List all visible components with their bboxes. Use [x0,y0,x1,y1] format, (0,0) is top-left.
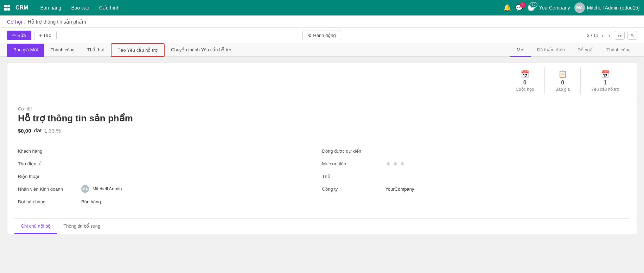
salesperson-avatar: MA [81,185,89,193]
pagination: 3 / 11 ‹ › [587,32,612,39]
message-icon[interactable]: 💬 5 [515,4,523,12]
label-priority: Mức ưu tiên [322,161,385,166]
value-team[interactable]: Bán hàng [81,199,322,204]
topnav-right: 🔔 💬 5 🕐 12 YourCompany MA Mitchell Admin… [503,2,640,13]
tab-thanh-cong[interactable]: Thành công [44,44,81,57]
message-badge: 5 [520,2,525,8]
label-khach-hang: Khách hàng [18,148,81,154]
ticket-icon: 📅 [601,70,610,78]
form-right: Đóng được dự kiến Mức ưu tiên ★ ★ ★ Thẻ [322,141,626,211]
field-priority: Mức ưu tiên ★ ★ ★ [322,157,626,170]
smart-btn-quotes[interactable]: 📋 0 Báo giá [545,67,581,95]
menu-ban-hang[interactable]: Bán hàng [35,0,66,15]
calendar-icon: 📅 [521,70,529,78]
avatar: MA [574,2,585,13]
label-tags: Thẻ [322,174,385,179]
smart-btn-tickets[interactable]: 📅 1 Yêu cầu hỗ trợ [581,67,630,95]
label-email: Thư điện tử [18,161,81,166]
star-rating[interactable]: ★ ★ ★ [385,160,626,167]
breadcrumb: Cơ hội / Hỗ trợ thông tin sản phẩm [7,19,637,25]
salesperson-name: Mitchell Admin [93,186,122,191]
star-3[interactable]: ★ [400,160,405,167]
quotes-count: 0 [561,80,564,86]
field-email: Thư điện tử [18,157,322,170]
opportunity-title: Hỗ trợ thông tin sản phẩm [18,113,626,124]
stage-de-xuat[interactable]: Đề xuất [571,44,600,57]
bell-icon[interactable]: 🔔 [503,4,511,12]
activity-icon[interactable]: 🕐 12 [527,4,535,12]
form-section: Cơ hội Hỗ trợ thông tin sản phẩm $0,00 đ… [7,99,637,218]
stage-moi[interactable]: Mới [510,44,531,57]
achieved-label: đạt [34,127,42,134]
tickets-count: 1 [604,80,607,86]
view-kanban-button[interactable]: ☷ [615,31,625,40]
toolbar-right: 3 / 11 ‹ › ☷ ✎ [587,31,637,40]
edit-button[interactable]: ✏ Sửa [7,31,31,40]
opportunity-label: Cơ hội [18,106,626,112]
field-phone: Điện thoại [18,170,322,183]
tab-bao-gia-moi[interactable]: Báo giá Mới [7,44,44,57]
statusbar: Báo giá Mới Thành công Thất bại Tạo Yêu … [0,43,644,57]
edit-pencil-button[interactable]: ✎ [627,31,637,40]
company-name[interactable]: YourCompany [539,5,570,11]
tab-tao-yeu-cau[interactable]: Tạo Yêu cầu hỗ trợ [111,43,165,57]
toolbar: ✏ Sửa + Tạo ⚙ Hành động 3 / 11 ‹ › ☷ ✎ [0,28,644,43]
value-priority[interactable]: ★ ★ ★ [385,160,626,167]
field-tags: Thẻ [322,170,626,183]
field-khach-hang: Khách hàng [18,145,322,157]
smart-buttons: 📅 0 Cuộc họp 📋 0 Báo giá 📅 1 Yêu cầu hỗ … [7,63,637,99]
app-name[interactable]: CRM [15,5,28,11]
label-company: Công ty [322,186,385,192]
breadcrumb-parent[interactable]: Cơ hội [7,19,22,25]
star-2[interactable]: ★ [393,160,398,167]
value-salesperson[interactable]: MA Mitchell Admin [81,185,322,193]
tab-ghi-chu[interactable]: Ghi chú nội bộ [14,219,57,234]
label-team: Đội bán hàng [18,199,81,204]
quotes-label: Báo giá [555,87,570,92]
field-salesperson: Nhân viên Kinh doanh MA Mitchell Admin [18,183,322,195]
probability-value[interactable]: 1,33 % [44,128,61,134]
stage-thanh-cong[interactable]: Thành công [600,44,637,57]
menu-bao-cao[interactable]: Báo cáo [66,0,94,15]
action-button[interactable]: ⚙ Hành động [302,31,341,40]
stage-bar: Mới Đã thẩm định Đề xuất Thành công [510,44,637,56]
quote-icon: 📋 [558,70,567,78]
breadcrumb-current: Hỗ trợ thông tin sản phẩm [28,19,86,25]
prev-button[interactable]: ‹ [600,32,605,39]
star-1[interactable]: ★ [385,160,391,167]
tickets-label: Yêu cầu hỗ trợ [591,87,619,92]
label-salesperson: Nhân viên Kinh doanh [18,186,81,192]
field-close-date: Đóng được dự kiến [322,145,626,157]
field-team: Đội bán hàng Bán hàng [18,195,322,208]
app-logo[interactable] [4,5,10,11]
tab-thong-tin[interactable]: Thông tin bổ sung [57,219,107,234]
user-name: Mitchell Admin (odoo15) [587,5,640,11]
smart-btn-meetings[interactable]: 📅 0 Cuộc họp [505,67,545,95]
amount-row: $0,00 đạt 1,33 % [18,127,626,134]
label-close-date: Đóng được dự kiến [322,148,385,154]
tab-chuyen-thanh[interactable]: Chuyển thành Yêu cầu hỗ trợ [165,44,238,57]
label-phone: Điện thoại [18,174,81,179]
breadcrumb-bar: Cơ hội / Hỗ trợ thông tin sản phẩm [0,15,644,28]
menu-cau-hinh[interactable]: Cấu hình [94,0,125,15]
form-tabs: Ghi chú nội bộ Thông tin bổ sung [7,219,637,234]
pagination-text: 3 / 11 [587,33,599,38]
meetings-count: 0 [523,80,527,86]
breadcrumb-separator: / [24,19,26,25]
activity-badge: 12 [530,2,537,8]
main-content: 📅 0 Cuộc họp 📋 0 Báo giá 📅 1 Yêu cầu hỗ … [7,63,637,234]
form-left: Khách hàng Thư điện tử Điện thoại Nhân v… [18,141,322,211]
value-company[interactable]: YourCompany [385,186,626,192]
form-grid: Khách hàng Thư điện tử Điện thoại Nhân v… [18,141,626,211]
create-button[interactable]: + Tạo [34,31,57,40]
field-company: Công ty YourCompany [322,183,626,195]
meetings-label: Cuộc họp [516,87,534,92]
tab-that-bai[interactable]: Thất bại [81,44,111,57]
topnav: CRM Bán hàng Báo cáo Cấu hình 🔔 💬 5 🕐 12… [0,0,644,15]
amount-value[interactable]: $0,00 [18,128,31,134]
next-button[interactable]: › [607,32,612,39]
user-menu[interactable]: MA Mitchell Admin (odoo15) [574,2,640,13]
top-menu: Bán hàng Báo cáo Cấu hình [35,0,124,15]
stage-da-tham-dinh[interactable]: Đã thẩm định [531,44,571,57]
